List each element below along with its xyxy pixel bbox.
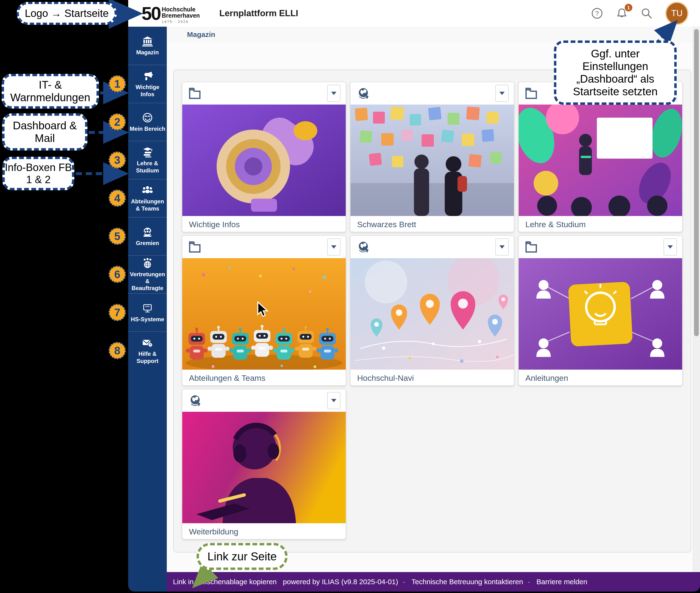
logo-name-line2: Bremerhaven <box>162 13 200 19</box>
chevron-down-icon <box>500 245 505 249</box>
page: 50 Hochschule Bremerhaven 1975 - 2025 Le… <box>0 0 700 593</box>
card-title[interactable]: Anleitungen <box>519 369 682 386</box>
chevron-down-icon <box>668 245 673 249</box>
university-logo[interactable]: 50 Hochschule Bremerhaven 1975 - 2025 <box>142 3 200 24</box>
report-barrier-link[interactable]: Barriere melden <box>537 578 587 586</box>
card-title[interactable]: Abteilungen & Teams <box>182 369 346 386</box>
card-wichtige-infos[interactable]: Wichtige Infos <box>182 82 346 232</box>
marker-7: 7 <box>109 304 126 321</box>
card-actions-dropdown[interactable] <box>327 238 340 255</box>
chevron-down-icon <box>331 245 336 249</box>
marker-2: 2 <box>109 113 126 130</box>
logo-name-line1: Hochschule <box>162 6 200 13</box>
card-image-lecture[interactable] <box>519 105 682 216</box>
logo-years: 1975 - 2025 <box>162 19 200 24</box>
card-actions-dropdown[interactable] <box>495 85 509 102</box>
sidebar-item-lehre-studium[interactable]: Lehre & Studium <box>128 141 167 179</box>
card-hochschul-navi[interactable]: Hochschul-Navi <box>350 235 514 386</box>
notifications-bell-icon[interactable]: 1 <box>616 7 628 19</box>
monitor-icon <box>142 303 153 314</box>
powered-by-text: powered by ILIAS (v9.8 2025-04-01) <box>283 578 398 586</box>
card-image-lightbulb[interactable] <box>519 258 682 369</box>
marker-5: 5 <box>109 228 126 245</box>
sidebar-item-wichtige-infos[interactable]: Wichtige Infos <box>128 65 167 103</box>
weblink-icon <box>357 241 370 253</box>
assembly-icon <box>142 226 153 238</box>
copy-link-action[interactable]: Link in Zwischenablage kopieren <box>173 578 277 586</box>
dashboard-mail-callout: Dashboard & Mail <box>2 113 87 151</box>
help-icon[interactable]: ? <box>591 7 603 19</box>
chevron-down-icon <box>331 92 336 95</box>
avatar[interactable]: TU <box>665 2 689 25</box>
info-boxen-callout: Info-Boxen FB 1 & 2 <box>2 157 74 190</box>
folder-icon <box>525 241 538 253</box>
marker-3: 3 <box>109 152 126 169</box>
sidebar-item-vertretungen-beauftragte[interactable]: Vertretungen & Beauftragte <box>128 255 167 293</box>
card-actions-dropdown[interactable] <box>664 238 677 255</box>
bank-icon <box>142 36 153 47</box>
marker-8: 8 <box>109 342 126 359</box>
card-title[interactable]: Schwarzes Brett <box>351 216 514 232</box>
sidebar: Magazin Wichtige Infos Mein Bereich Lehr… <box>128 27 167 592</box>
sidebar-item-label: Abteilungen & Teams <box>128 198 167 212</box>
contact-support-link[interactable]: Technische Betreuung kontaktieren <box>411 578 523 586</box>
card-schwarzes-brett[interactable]: Schwarzes Brett <box>350 82 514 232</box>
weblink-icon <box>188 394 202 407</box>
card-anleitungen[interactable]: Anleitungen <box>518 235 683 386</box>
sidebar-item-gremien[interactable]: Gremien <box>128 217 167 255</box>
breadcrumb[interactable]: Magazin <box>187 31 215 39</box>
card-title[interactable]: Wichtige Infos <box>182 216 346 232</box>
scrollbar-track <box>693 27 700 572</box>
folder-icon <box>188 241 202 253</box>
dashboard-settings-callout: Ggf. unter Einstellungen „Dashboard“ als… <box>554 40 677 105</box>
books-icon <box>142 147 153 158</box>
card-weiterbildung[interactable]: Weiterbildung <box>182 389 346 540</box>
card-image-megaphone[interactable] <box>182 105 346 216</box>
chevron-down-icon <box>331 399 336 402</box>
svg-text:?: ? <box>595 10 599 17</box>
footer-bar: Link in Zwischenablage kopieren powered … <box>167 572 700 592</box>
folder-icon <box>188 87 202 100</box>
card-title[interactable]: Weiterbildung <box>182 523 346 540</box>
sidebar-item-label: Mein Bereich <box>128 125 166 132</box>
sidebar-item-label: Wichtige Infos <box>128 84 167 97</box>
sidebar-item-label: Lehre & Studium <box>128 160 167 174</box>
sidebar-item-label: Gremien <box>135 240 160 246</box>
card-actions-dropdown[interactable] <box>495 238 509 255</box>
search-icon[interactable] <box>640 7 653 19</box>
card-actions-dropdown[interactable] <box>327 392 340 409</box>
notification-badge: 1 <box>625 4 632 11</box>
sidebar-item-label: Magazin <box>135 49 160 56</box>
top-bar: 50 Hochschule Bremerhaven 1975 - 2025 Le… <box>128 0 700 27</box>
svg-text:?: ? <box>149 343 151 347</box>
sidebar-item-mein-bereich[interactable]: Mein Bereich <box>128 103 167 141</box>
sidebar-item-abteilungen-teams[interactable]: Abteilungen & Teams <box>128 179 167 217</box>
scrollbar-thumb[interactable] <box>694 29 699 336</box>
link-zur-seite-callout: Link zur Seite <box>196 543 288 570</box>
sidebar-item-magazin[interactable]: Magazin <box>128 27 167 65</box>
card-actions-dropdown[interactable] <box>327 85 340 102</box>
marker-6: 6 <box>109 266 126 283</box>
card-abteilungen-teams[interactable]: Abteilungen & Teams <box>182 235 346 386</box>
weblink-icon <box>357 87 370 100</box>
footer-separator: · <box>403 578 405 586</box>
globe-people-icon <box>142 258 153 269</box>
megaphone-icon <box>142 70 153 82</box>
card-image-headphones[interactable] <box>182 412 346 523</box>
marker-4: 4 <box>109 190 126 207</box>
sidebar-item-hs-systeme[interactable]: HS-Systeme <box>128 293 167 331</box>
card-image-robots[interactable] <box>182 258 346 369</box>
marker-1: 1 <box>109 75 126 92</box>
card-image-map-pins[interactable] <box>351 258 514 369</box>
card-image-pinboard[interactable] <box>351 105 514 216</box>
sidebar-item-hilfe-support[interactable]: ? Hilfe & Support <box>128 331 167 369</box>
it-warnmeldungen-callout: IT- & Warnmeldungen <box>2 74 99 109</box>
mail-question-icon: ? <box>142 337 153 348</box>
footer-separator: · <box>528 578 530 586</box>
page-title: Lernplattform ELLI <box>219 8 298 18</box>
folder-icon <box>525 87 538 100</box>
sidebar-item-label: HS-Systeme <box>130 316 165 323</box>
card-title[interactable]: Lehre & Studium <box>519 216 682 232</box>
logo-startseite-callout: Logo → Startseite <box>17 2 117 25</box>
card-title[interactable]: Hochschul-Navi <box>351 369 514 386</box>
